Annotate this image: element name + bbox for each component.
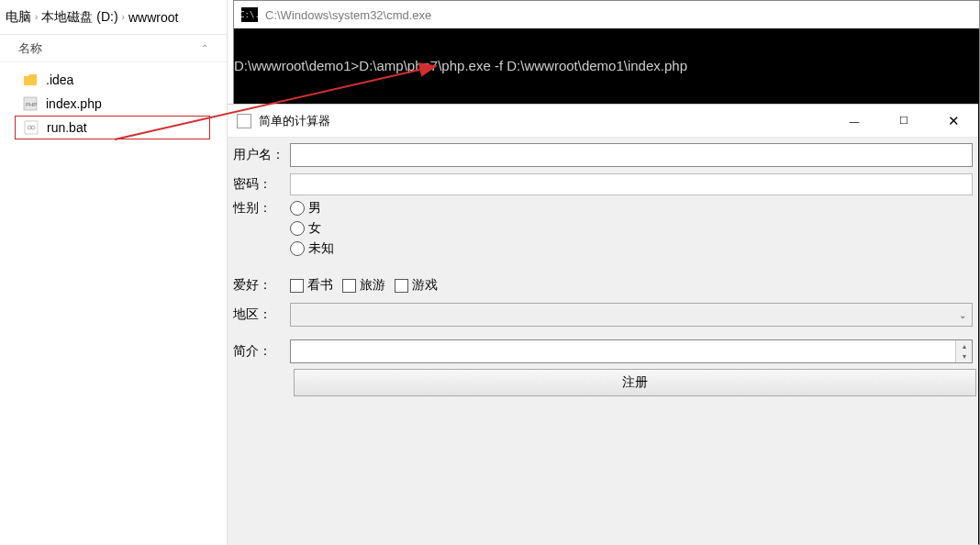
region-label: 地区：: [231, 306, 290, 323]
chevron-down-icon: ⌄: [959, 310, 966, 320]
checkbox-icon: [290, 279, 304, 293]
folder-icon: [22, 72, 39, 87]
password-label: 密码：: [231, 176, 290, 193]
hobby-label: 爱好：: [231, 277, 290, 294]
php-file-icon: PHP: [22, 96, 39, 111]
radio-icon: [290, 241, 305, 256]
cmd-icon: C:\.: [241, 7, 258, 22]
app-icon: [237, 114, 251, 128]
breadcrumb-item[interactable]: wwwroot: [128, 10, 178, 25]
password-input[interactable]: [290, 173, 973, 195]
hobby-checkbox-group: 看书 旅游 游戏: [290, 277, 438, 294]
breadcrumb-item[interactable]: 电脑: [6, 9, 31, 26]
cmd-titlebar[interactable]: C:\. C:\Windows\system32\cmd.exe: [234, 1, 979, 28]
gender-radio-female[interactable]: 女: [290, 220, 334, 237]
file-name: .idea: [46, 72, 73, 87]
file-item-index-php[interactable]: PHP index.php: [0, 92, 227, 116]
region-select[interactable]: ⌄: [290, 303, 973, 327]
minimize-button[interactable]: —: [830, 105, 879, 137]
sort-indicator-icon: ⌃: [201, 43, 208, 53]
gender-radio-male[interactable]: 男: [290, 200, 334, 217]
calculator-form-window: 简单的计算器 — ☐ ✕ 用户名： 密码： 性别： 男 女: [228, 104, 978, 545]
scroll-down-icon[interactable]: ▾: [955, 350, 972, 362]
file-explorer-panel: 电脑 › 本地磁盘 (D:) › wwwroot 名称 ⌃ .idea PHP …: [0, 0, 228, 545]
username-input[interactable]: [290, 143, 973, 167]
svg-text:PHP: PHP: [26, 102, 37, 107]
form-body: 用户名： 密码： 性别： 男 女 未知: [228, 138, 978, 404]
file-list: .idea PHP index.php run.bat: [0, 62, 227, 139]
submit-button[interactable]: 注册: [294, 369, 976, 396]
form-window-title: 简单的计算器: [259, 113, 330, 129]
file-item-run-bat[interactable]: run.bat: [15, 116, 210, 139]
file-name: index.php: [46, 96, 102, 111]
checkbox-icon: [342, 279, 356, 293]
checkbox-icon: [395, 279, 408, 293]
cmd-command-line: D:\wwwroot\demo1>D:\amp\php7\php.exe -f …: [234, 58, 979, 73]
hobby-check-games[interactable]: 游戏: [395, 277, 438, 294]
chevron-right-icon: ›: [35, 12, 38, 22]
file-item-idea-folder[interactable]: .idea: [0, 68, 227, 92]
breadcrumb[interactable]: 电脑 › 本地磁盘 (D:) › wwwroot: [0, 0, 227, 35]
hobby-check-reading[interactable]: 看书: [290, 277, 333, 294]
gender-radio-unknown[interactable]: 未知: [290, 240, 334, 257]
bat-file-icon: [23, 120, 39, 135]
gender-label: 性别：: [231, 200, 290, 217]
intro-textarea[interactable]: ▴ ▾: [290, 339, 973, 363]
radio-icon: [290, 201, 305, 216]
breadcrumb-item[interactable]: 本地磁盘 (D:): [41, 9, 117, 26]
window-controls: — ☐ ✕: [830, 105, 978, 137]
cmd-title: C:\Windows\system32\cmd.exe: [265, 8, 431, 22]
column-header-name[interactable]: 名称 ⌃: [0, 35, 227, 62]
intro-label: 简介：: [231, 343, 290, 360]
hobby-check-travel[interactable]: 旅游: [342, 277, 385, 294]
username-label: 用户名：: [231, 147, 290, 163]
radio-icon: [290, 221, 305, 236]
file-name: run.bat: [47, 120, 87, 135]
form-titlebar[interactable]: 简单的计算器 — ☐ ✕: [228, 105, 978, 138]
chevron-right-icon: ›: [122, 12, 125, 22]
gender-radio-group: 男 女 未知: [290, 200, 334, 257]
maximize-button[interactable]: ☐: [879, 105, 929, 137]
close-button[interactable]: ✕: [929, 105, 978, 137]
